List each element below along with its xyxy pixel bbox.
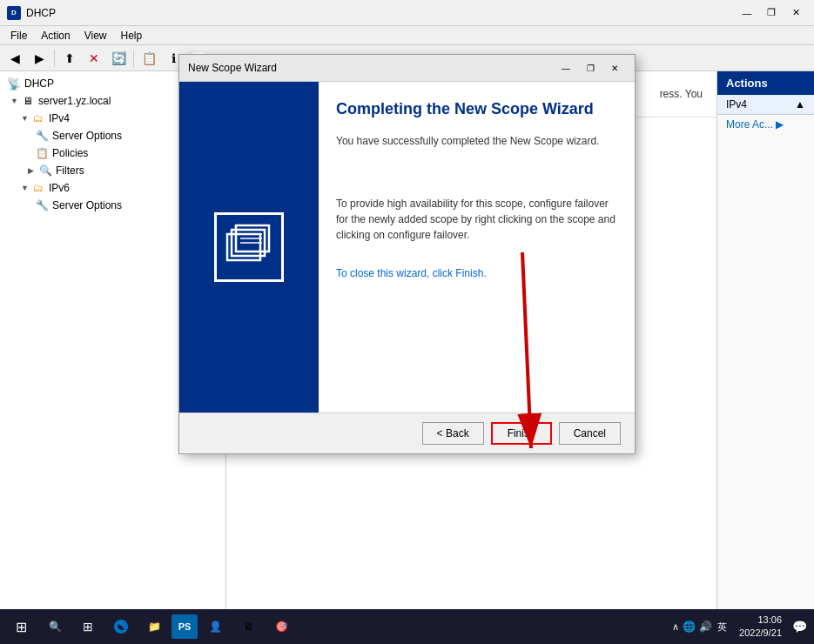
title-bar: D DHCP — ❐ ✕ (0, 0, 814, 26)
wizard-body-text2: To close this wizard, click Finish. (336, 265, 617, 281)
close-button[interactable]: ✕ (784, 4, 807, 22)
toolbar-back[interactable]: ◀ (3, 48, 26, 69)
notification-icon[interactable]: 💬 (792, 620, 807, 634)
taskbar-terminal[interactable]: PS (172, 614, 198, 639)
tree-label-policies: Policies (52, 147, 88, 159)
actions-ipv4-label: IPv4 (726, 98, 747, 111)
wizard-left-panel (179, 82, 319, 413)
taskbar-search[interactable]: 🔍 (39, 611, 71, 642)
expand-arrow-server: ▼ (10, 97, 21, 105)
menu-file[interactable]: File (3, 28, 34, 44)
maximize-button[interactable]: ❐ (760, 4, 783, 22)
toolbar-refresh[interactable]: 🔄 (107, 48, 130, 69)
wizard-title-text: New Scope Wizard (188, 62, 277, 74)
cancel-button[interactable]: Cancel (559, 422, 621, 445)
actions-title: Actions (717, 71, 814, 95)
tree-label-ipv6: IPv6 (49, 182, 70, 194)
wizard-body: Completing the New Scope Wizard You have… (179, 82, 635, 413)
actions-panel: Actions IPv4 ▲ More Ac... ▶ (716, 71, 814, 609)
wizard-heading: Completing the New Scope Wizard (336, 99, 617, 119)
taskbar-taskview[interactable]: ⊞ (72, 611, 104, 642)
app-icon: D (7, 6, 21, 20)
wizard-minimize-btn[interactable]: — (555, 60, 577, 76)
taskbar-volume: 🔊 (699, 621, 712, 633)
actions-more-label: More Ac... (726, 118, 773, 131)
ipv4-icon: 🗂 (31, 111, 45, 125)
wizard-logo (214, 212, 284, 282)
wizard-maximize-btn[interactable]: ❐ (579, 60, 602, 76)
finish-button[interactable]: Finish (491, 422, 552, 445)
tree-label-server-options-ipv6: Server Options (52, 199, 122, 211)
taskbar: ⊞ 🔍 ⊞ 📁 PS 👤 🖥 🎯 ∧ 🌐 🔊 英 13:06 2022/9/21… (0, 609, 814, 644)
wizard-title-bar: New Scope Wizard — ❐ ✕ (179, 55, 635, 82)
wizard-success-text: You have successfully completed the New … (336, 133, 617, 149)
toolbar-forward[interactable]: ▶ (28, 48, 50, 69)
window-controls: — ❐ ✕ (736, 4, 807, 22)
expand-arrow-filters: ▶ (28, 166, 38, 175)
wizard-body-text1: To provide high availability for this sc… (336, 196, 617, 243)
wizard-logo-svg (223, 221, 275, 273)
wizard-close-btn[interactable]: ✕ (603, 60, 626, 76)
time-display[interactable]: 13:06 2022/9/21 (732, 614, 789, 641)
tree-label-dhcp: DHCP (24, 77, 54, 90)
filters-icon: 🔍 (38, 164, 52, 178)
start-button[interactable]: ⊞ (3, 609, 38, 644)
actions-ipv4-arrow: ▲ (795, 98, 805, 111)
taskbar-user[interactable]: 👤 (199, 611, 231, 642)
menu-view[interactable]: View (77, 28, 114, 44)
taskbar-explorer[interactable]: 📁 (138, 611, 170, 642)
minimize-button[interactable]: — (736, 4, 758, 22)
dhcp-icon: 📡 (7, 77, 21, 91)
expand-arrow-ipv6: ▼ (21, 184, 31, 192)
scope-header-info: ress. You (660, 88, 703, 100)
taskbar-network: 🌐 (683, 621, 696, 633)
taskbar-edge[interactable] (105, 611, 137, 642)
tree-label-filters: Filters (56, 164, 84, 177)
server-options-ipv4-icon: 🔧 (35, 129, 49, 143)
taskbar-server[interactable]: 🖥 (232, 611, 264, 642)
clock-time: 13:06 (739, 614, 782, 627)
taskbar-right: ∧ 🌐 🔊 英 13:06 2022/9/21 💬 (672, 614, 811, 641)
actions-ipv4-item[interactable]: IPv4 ▲ (717, 95, 814, 115)
ipv6-icon: 🗂 (31, 181, 45, 195)
clock-date: 2022/9/21 (739, 627, 782, 640)
toolbar-export[interactable]: 📋 (138, 48, 160, 69)
menu-action[interactable]: Action (34, 28, 77, 44)
policies-icon: 📋 (35, 146, 49, 160)
tree-label-ipv4: IPv4 (49, 112, 70, 124)
server-options-ipv6-icon: 🔧 (35, 198, 49, 212)
toolbar-up[interactable]: ⬆ (58, 48, 81, 69)
menu-help[interactable]: Help (114, 28, 150, 44)
tree-label-server: server1.yz.local (38, 95, 111, 107)
back-button[interactable]: < Back (422, 422, 484, 445)
taskbar-system-tray: ∧ (672, 621, 679, 633)
wizard-dialog: New Scope Wizard — ❐ ✕ (178, 54, 636, 454)
server-icon: 🖥 (21, 94, 35, 108)
taskbar-app[interactable]: 🎯 (266, 611, 297, 642)
toolbar-stop[interactable]: ✕ (83, 48, 105, 69)
menu-bar: File Action View Help (0, 26, 814, 45)
actions-more-item[interactable]: More Ac... ▶ (717, 115, 814, 134)
wizard-footer: < Back Finish Cancel (179, 413, 635, 453)
taskbar-lang: 英 (717, 621, 727, 634)
wizard-right-panel: Completing the New Scope Wizard You have… (319, 82, 635, 413)
tree-label-server-options-ipv4: Server Options (52, 130, 122, 142)
expand-arrow-ipv4: ▼ (21, 114, 31, 123)
actions-more-arrow: ▶ (776, 118, 784, 131)
window-title: DHCP (26, 7, 56, 19)
